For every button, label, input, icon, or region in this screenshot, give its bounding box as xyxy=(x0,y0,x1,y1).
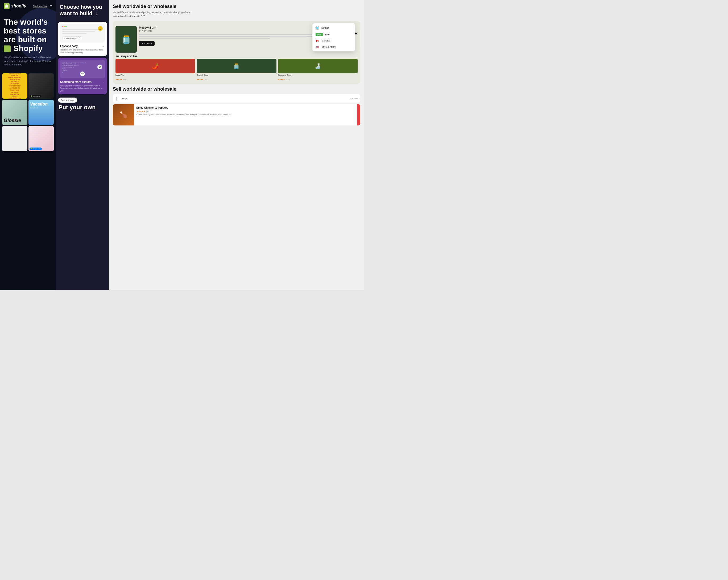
glossier-text: Glossie xyxy=(4,118,21,123)
related-img-2: 🫙 xyxy=(197,59,276,73)
custom-card-desc: Bring your own tech stack. Go headless. … xyxy=(60,85,105,92)
featured-product-badge: ✓ Featured Product ⋮⋮ xyxy=(62,36,82,40)
fast-easy-desc: Pick from 100+ proven themes then custom… xyxy=(60,49,105,54)
sell-desc: Show different products and pricing depe… xyxy=(113,11,193,18)
custom-build-badge-2: Custom build xyxy=(29,147,42,150)
spicy-img: 🍗 xyxy=(113,104,134,126)
count-3: (319) xyxy=(286,79,289,80)
left-panel: shopify Start free trial ≡ The world's b… xyxy=(0,0,56,290)
stars-1: ★★★★★ xyxy=(115,79,122,80)
related-name-1: Island Fire xyxy=(115,74,195,76)
preview-line-2 xyxy=(62,31,95,32)
preview-line-1 xyxy=(62,29,101,30)
code-circle: </> xyxy=(80,72,85,76)
pill-fast-easy[interactable]: Fast and easy xyxy=(58,98,77,103)
dropdown-item-canada[interactable]: 🇨🇦 Canada xyxy=(313,37,354,44)
store-tile-pink: Custom build xyxy=(28,126,54,151)
you-may-like: You may also like xyxy=(115,55,358,58)
tile-pink-content: Custom build xyxy=(29,147,42,150)
store-demo: 🌐 Default B2B B2B 🇨🇦 Canada 🇺🇸 United St… xyxy=(113,21,360,84)
dot-yellow xyxy=(64,26,65,27)
canada-flag-icon: 🇨🇦 xyxy=(316,39,320,42)
related-products: 🌶️ Island Fire ★★★★★ (193) 🫙 Smooth Spic… xyxy=(115,59,358,81)
add-to-cart-button[interactable]: Add to cart xyxy=(139,41,155,46)
bottom-sell-title: Sell worldwide or wholesale xyxy=(113,86,360,92)
shopify-logo: shopify xyxy=(4,3,26,9)
price-bar-2 xyxy=(139,36,314,37)
store-tiles: CLAIRE WHITMANDANA KIMROBBIE SHERRARDMIK… xyxy=(0,73,56,151)
spicy-content: Spicy Chicken & Peppers ★★★★★ (67) A mou… xyxy=(134,104,357,126)
shopify-inline-logo xyxy=(4,46,11,52)
price-bar-3 xyxy=(139,38,270,39)
window-dots xyxy=(62,26,103,27)
count-2: (67) xyxy=(205,79,208,80)
spicy-chicken-card: 🍗 Spicy Chicken & Peppers ★★★★★ (67) A m… xyxy=(113,104,360,126)
put-your-own: Put your own xyxy=(56,104,109,111)
count-1: (193) xyxy=(123,79,127,80)
dot-red xyxy=(62,26,63,27)
spicy-title: Spicy Chicken & Peppers xyxy=(136,106,355,109)
recipe-label: recipe xyxy=(122,97,127,100)
sell-section: Sell worldwide or wholesale Show differe… xyxy=(113,4,360,18)
recipe-count: 5 entries xyxy=(350,97,358,100)
fast-easy-arrow: → xyxy=(102,45,105,48)
globe-icon: 🌐 xyxy=(316,26,319,30)
preview-line-3 xyxy=(62,33,86,34)
related-name-2: Smooth Spice xyxy=(197,74,276,76)
dropdown-item-b2b[interactable]: B2B B2B xyxy=(313,31,354,37)
shopify-logo-text: shopify xyxy=(11,4,26,8)
build-headline: Choose how you want to build ↓ xyxy=(60,4,105,17)
spicy-desc: A mouthwatering dish that combines tende… xyxy=(136,113,355,116)
hero-text: The world's best stores are built on Sho… xyxy=(0,12,56,73)
shopify-arrow-badge xyxy=(97,64,102,70)
dropdown-item-us[interactable]: 🇺🇸 United States xyxy=(313,44,354,50)
custom-card[interactable]: {% assign current_variant = product %} <… xyxy=(58,58,107,94)
us-flag-icon: 🇺🇸 xyxy=(316,46,320,49)
notification-circle: 🔔 xyxy=(98,26,103,31)
vacation-text: Vacation xyxy=(30,102,48,107)
preview-lines: ✓ Featured Product ⋮⋮ xyxy=(60,24,105,42)
store-tile-names: CLAIRE WHITMANDANA KIMROBBIE SHERRARDMIK… xyxy=(2,73,27,99)
start-free-trial-link[interactable]: Start free trial xyxy=(33,5,47,7)
spicy-red-bar xyxy=(357,104,360,126)
spicy-stars: ★★★★★ (67) xyxy=(136,110,355,112)
custom-preview: {% assign current_variant = product %} <… xyxy=(60,60,105,78)
right-panel: Sell worldwide or wholesale Show differe… xyxy=(109,0,364,290)
related-img-3: 🍶 xyxy=(278,59,358,73)
names-list: CLAIRE WHITMANDANA KIMROBBIE SHERRARDMIK… xyxy=(8,73,21,99)
b2b-badge: B2B xyxy=(316,33,323,36)
bottom-sell-section: Sell worldwide or wholesale 🍴 recipe 5 e… xyxy=(113,86,360,126)
from-theme-badge: From theme xyxy=(29,95,41,98)
related-product-3: 🍶 Scorching Green ★★★★★ (319) xyxy=(278,59,358,81)
fast-easy-card[interactable]: ✓ Featured Product ⋮⋮ 🔔 Fast and easy. →… xyxy=(58,22,107,56)
product-image: 🫙 xyxy=(115,26,137,53)
hero-headline: The world's best stores are built on Sho… xyxy=(4,18,52,53)
hero-subtitle: Shopify stores are made to sell. With op… xyxy=(4,56,52,67)
middle-panel: Choose how you want to build ↓ ✓ Feature… xyxy=(56,0,109,290)
bottom-pills: Fast and easy xyxy=(56,96,109,104)
badge-dot xyxy=(31,95,32,97)
hamburger-icon[interactable]: ≡ xyxy=(50,4,52,8)
custom-card-title: Something more custom. xyxy=(60,81,92,83)
store-tile-model: From theme xyxy=(28,73,54,99)
related-name-3: Scorching Green xyxy=(278,74,358,76)
model-image: From theme xyxy=(28,73,54,99)
store-tile-vacation: Vacation Miami, U.S.A. xyxy=(28,100,54,125)
recipe-icon: 🍴 xyxy=(115,96,120,101)
custom-arrow: → xyxy=(102,81,105,83)
sell-title: Sell worldwide or wholesale xyxy=(113,4,360,9)
related-product-1: 🌶️ Island Fire ★★★★★ (193) xyxy=(115,59,195,81)
arrow-down-icon: ↓ xyxy=(96,10,98,17)
middle-header: Choose how you want to build ↓ xyxy=(56,0,109,22)
stars-3: ★★★★★ xyxy=(278,79,285,80)
card-preview: ✓ Featured Product ⋮⋮ 🔔 xyxy=(60,24,105,43)
dot-green xyxy=(66,26,67,27)
store-tile-glossier: Glossie xyxy=(2,100,27,125)
dropdown-item-default[interactable]: 🌐 Default xyxy=(313,24,354,31)
shopify-bag-icon xyxy=(4,3,9,9)
shopify-nav-right: Start free trial ≡ xyxy=(33,4,52,8)
stars-2: ★★★★★ xyxy=(197,79,203,80)
related-product-2: 🫙 Smooth Spice ★★★★★ (67) xyxy=(197,59,276,81)
badge-dot-2 xyxy=(31,148,32,149)
recipe-card: 🍴 recipe 5 entries xyxy=(113,94,360,103)
